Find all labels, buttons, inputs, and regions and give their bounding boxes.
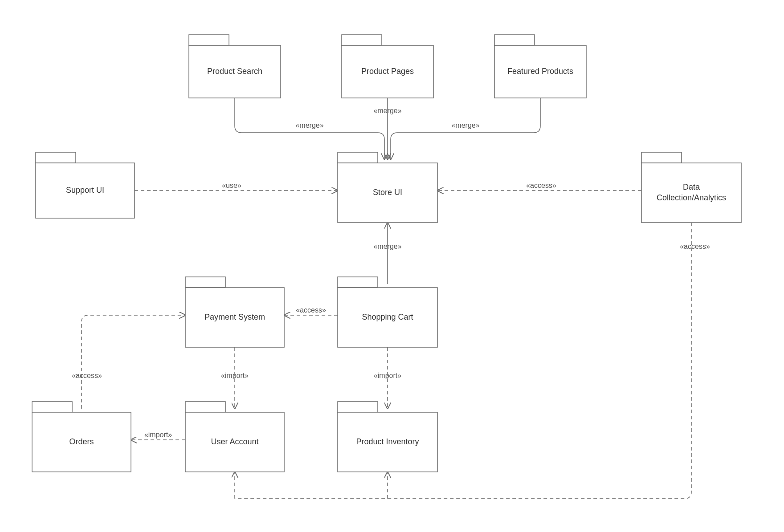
package-label: Shopping Cart (362, 313, 413, 321)
package-label: Featured Products (507, 67, 573, 76)
package-store-ui: Store UI (338, 152, 437, 223)
package-label: Payment System (204, 313, 265, 321)
package-product-inventory: Product Inventory (338, 402, 437, 472)
package-label: User Account (211, 437, 258, 446)
package-featured-products: Featured Products (494, 35, 586, 98)
svg-rect-4 (494, 35, 535, 45)
package-product-pages: Product Pages (342, 35, 433, 98)
edge-label: «merge» (295, 122, 323, 129)
package-data-analytics: Data Collection/Analytics (641, 152, 741, 223)
edge-orders-paymentsystem: «access» (72, 315, 185, 409)
package-user-account: User Account (185, 402, 284, 472)
edge-label: «merge» (451, 122, 479, 129)
package-payment-system: Payment System (185, 277, 284, 347)
svg-rect-6 (36, 152, 76, 163)
svg-rect-0 (189, 35, 229, 45)
edge-shoppingcart-paymentsystem: «access» (284, 306, 338, 315)
svg-rect-18 (185, 402, 225, 412)
uml-package-diagram: «merge» «merge» «merge» «use» «access» «… (0, 0, 784, 532)
edge-supportui-storeui: «use» (135, 182, 338, 191)
package-shopping-cart: Shopping Cart (338, 277, 437, 347)
edge-label: «use» (222, 182, 241, 189)
svg-rect-20 (338, 402, 378, 412)
edge-useraccount-orders: «import» (131, 431, 185, 440)
edge-dataanalytics-storeui: «access» (437, 182, 641, 191)
edge-shoppingcart-storeui: «merge» (373, 223, 401, 284)
edge-productsearch-storeui: «merge» (235, 98, 384, 159)
package-label: Product Inventory (356, 437, 419, 446)
edge-label: «merge» (373, 107, 401, 114)
svg-rect-12 (185, 277, 225, 288)
package-label: Store UI (373, 188, 402, 197)
svg-rect-16 (32, 402, 72, 412)
edge-label: «import» (144, 431, 172, 439)
edge-dataanalytics-bottom: «access» (235, 223, 710, 499)
svg-rect-2 (342, 35, 382, 45)
edge-label: «access» (296, 306, 326, 314)
edge-productpages-storeui: «merge» (373, 98, 401, 159)
svg-rect-10 (641, 152, 682, 163)
edge-shoppingcart-productinventory: «import» (374, 347, 401, 409)
package-label: Support UI (66, 186, 104, 195)
svg-rect-14 (338, 277, 378, 288)
package-label: Orders (69, 437, 94, 446)
edge-label: «import» (221, 372, 249, 379)
package-label: Product Pages (361, 67, 414, 76)
edge-label: «access» (526, 182, 556, 189)
edge-featuredproducts-storeui: «merge» (391, 98, 540, 159)
edge-label: «merge» (373, 243, 401, 250)
svg-rect-8 (338, 152, 378, 163)
package-support-ui: Support UI (36, 152, 135, 218)
edge-label: «import» (374, 372, 401, 379)
edge-paymentsystem-useraccount: «import» (221, 347, 249, 409)
package-orders: Orders (32, 402, 131, 472)
edge-label: «access» (680, 243, 710, 250)
package-label-line1: Data (683, 183, 700, 191)
edge-label: «access» (72, 372, 102, 379)
package-label: Product Search (207, 67, 262, 76)
package-label-line2: Collection/Analytics (657, 193, 726, 202)
package-product-search: Product Search (189, 35, 281, 98)
